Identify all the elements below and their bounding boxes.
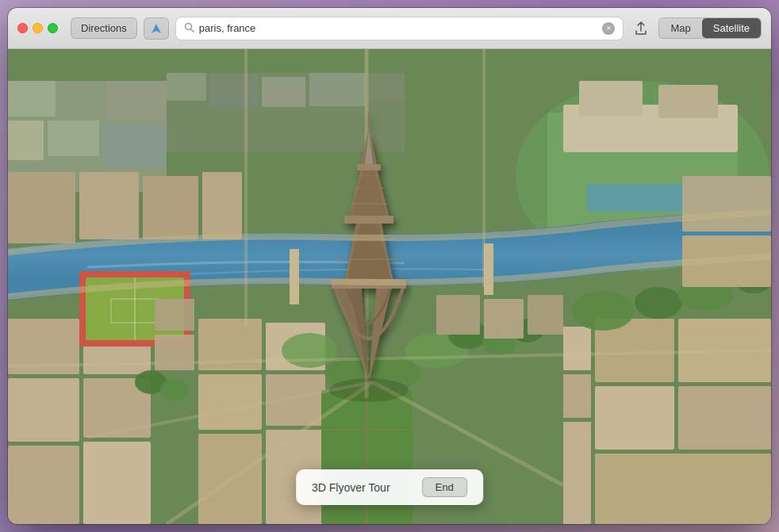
svg-rect-45 [595, 386, 674, 450]
svg-rect-12 [103, 124, 167, 168]
svg-rect-9 [107, 81, 167, 121]
svg-rect-14 [167, 73, 206, 101]
svg-rect-24 [587, 184, 698, 212]
svg-rect-76 [357, 164, 381, 170]
svg-rect-49 [563, 374, 591, 418]
view-toggle-group: Map Satellite [658, 17, 762, 39]
svg-rect-17 [309, 73, 365, 106]
svg-rect-38 [198, 374, 262, 430]
svg-point-63 [571, 291, 635, 331]
svg-point-59 [160, 379, 189, 401]
maps-window: Directions × Map Sat [8, 8, 771, 524]
search-clear-button[interactable]: × [602, 22, 615, 35]
svg-point-64 [635, 287, 682, 319]
minimize-button[interactable] [33, 23, 43, 33]
svg-rect-95 [79, 172, 139, 239]
svg-rect-97 [202, 172, 242, 239]
svg-rect-15 [210, 73, 258, 109]
svg-rect-94 [8, 172, 75, 243]
svg-rect-16 [262, 77, 305, 107]
svg-line-2 [190, 29, 194, 32]
map-area[interactable]: 3D Flyover Tour End [8, 49, 771, 524]
svg-rect-32 [83, 442, 151, 524]
svg-rect-96 [143, 176, 198, 239]
share-button[interactable] [630, 17, 652, 40]
svg-rect-10 [8, 121, 44, 160]
svg-rect-46 [678, 386, 771, 450]
fullscreen-button[interactable] [48, 23, 58, 33]
svg-rect-89 [155, 299, 194, 331]
directions-button[interactable]: Directions [71, 17, 137, 39]
svg-rect-98 [682, 176, 771, 232]
svg-rect-11 [48, 121, 99, 156]
svg-rect-8 [59, 81, 103, 113]
search-input[interactable] [199, 22, 598, 34]
svg-rect-25 [290, 249, 299, 304]
flyover-bar: 3D Flyover Tour End [296, 469, 483, 505]
svg-rect-91 [436, 295, 480, 335]
svg-rect-75 [344, 216, 393, 224]
close-button[interactable] [17, 23, 28, 33]
svg-rect-50 [563, 422, 591, 524]
svg-rect-22 [579, 81, 643, 117]
search-icon [184, 22, 194, 35]
end-flyover-button[interactable]: End [422, 477, 467, 497]
titlebar: Directions × Map Sat [8, 8, 771, 49]
svg-point-88 [329, 378, 409, 402]
svg-rect-47 [595, 454, 771, 524]
navigation-arrow-icon [151, 23, 162, 34]
svg-marker-0 [152, 24, 161, 33]
navigation-arrow-button[interactable] [144, 17, 169, 40]
satellite-map-svg [8, 49, 771, 524]
traffic-lights [17, 23, 58, 33]
svg-rect-23 [658, 85, 718, 118]
svg-rect-28 [8, 378, 79, 442]
svg-rect-92 [484, 299, 524, 339]
svg-rect-93 [528, 295, 563, 335]
satellite-view-button[interactable]: Satellite [702, 18, 761, 38]
svg-rect-7 [8, 81, 56, 117]
svg-point-56 [282, 333, 337, 368]
svg-rect-90 [155, 335, 194, 370]
flyover-label: 3D Flyover Tour [312, 481, 390, 494]
svg-rect-18 [369, 73, 405, 101]
svg-rect-48 [563, 327, 591, 370]
svg-rect-29 [8, 446, 79, 524]
search-container: × [175, 17, 624, 40]
map-view-button[interactable]: Map [659, 18, 701, 38]
